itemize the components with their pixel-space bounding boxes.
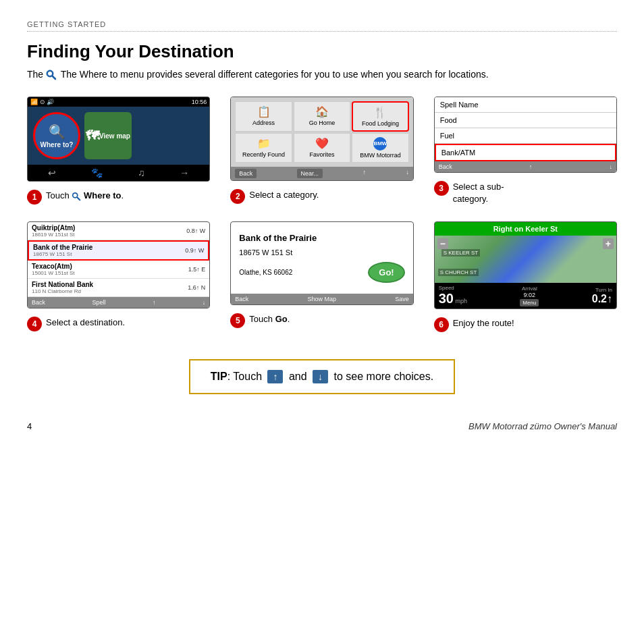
screen5-addr2: Olathe, KS 66062 bbox=[239, 269, 292, 276]
signal-icons: 📶 ⊙ 🔊 bbox=[30, 99, 54, 105]
screen1-nav: ↩ 🐾 ♫ → bbox=[28, 165, 209, 181]
zoom-out-btn[interactable]: − bbox=[437, 238, 448, 249]
step4-caption: 4 Select a destination. bbox=[27, 317, 125, 331]
category-address[interactable]: 📋 Address bbox=[235, 101, 292, 132]
go-button[interactable]: Go! bbox=[368, 262, 404, 283]
step6-number: 6 bbox=[434, 317, 449, 332]
step3-caption: 3 Select a sub-category. bbox=[434, 181, 504, 205]
music-nav-icon[interactable]: ♫ bbox=[138, 167, 145, 178]
arrow-nav-icon[interactable]: → bbox=[180, 167, 189, 178]
step5-caption: 5 Touch Go. bbox=[230, 313, 290, 328]
back-nav-icon[interactable]: ↩ bbox=[48, 167, 56, 178]
spellname-label: Spell Name bbox=[440, 101, 479, 109]
time-display: 10:56 bbox=[192, 99, 207, 105]
menu-btn[interactable]: Menu bbox=[520, 299, 539, 306]
dest-row-first-national[interactable]: First National Bank 110 N Clairborne Rd … bbox=[28, 279, 209, 297]
save-btn-s5[interactable]: Save bbox=[395, 296, 409, 302]
dest-row-texaco[interactable]: Texaco(Atm) 15001 W 151st St 1.5↑ E bbox=[28, 261, 209, 279]
subcategory-food[interactable]: Food bbox=[435, 113, 616, 128]
dest-row-quiktrip[interactable]: Quiktrip(Atm) 18619 W 151st St 0.8↑ W bbox=[28, 222, 209, 240]
spell-btn-s4[interactable]: Spell bbox=[92, 299, 105, 306]
arrival-label: Arrival bbox=[520, 286, 539, 292]
near-btn-s2[interactable]: Near... bbox=[297, 169, 323, 178]
step2-caption: 2 Select a category. bbox=[230, 189, 319, 204]
category-gohome[interactable]: 🏠 Go Home bbox=[294, 101, 350, 132]
tip-and: and bbox=[286, 371, 310, 382]
screen3-footer: Back ↑ ↓ bbox=[435, 161, 616, 172]
category-recently-found[interactable]: 📁 Recently Found bbox=[235, 133, 292, 163]
down-btn-s3[interactable]: ↓ bbox=[609, 163, 612, 170]
step5-number: 5 bbox=[230, 313, 245, 328]
screen6-map: S KEELER ST S CHURCH ST − + bbox=[435, 236, 616, 283]
down-btn-s2[interactable]: ↓ bbox=[406, 169, 409, 178]
subcategory-fuel[interactable]: Fuel bbox=[435, 128, 616, 144]
view-map-label: View map bbox=[99, 132, 130, 140]
recent-icon: 📁 bbox=[257, 137, 271, 150]
tip-suffix: to see more choices. bbox=[331, 371, 433, 382]
intro-paragraph: The The Where to menu provides several d… bbox=[27, 68, 617, 82]
dest-row-bank-prairie[interactable]: Bank of the Prairie 18675 W 151 St 0.9↑ … bbox=[28, 240, 209, 261]
view-map-button[interactable]: 🗺 View map bbox=[84, 112, 132, 159]
up-btn-s2[interactable]: ↑ bbox=[363, 169, 366, 178]
back-btn-s3[interactable]: Back bbox=[439, 163, 452, 170]
tip-down-button[interactable]: ↓ bbox=[313, 370, 328, 383]
zoom-in-btn[interactable]: + bbox=[603, 238, 614, 249]
bankatm-label: Bank/ATM bbox=[441, 149, 476, 157]
back-btn-s5[interactable]: Back bbox=[235, 296, 248, 302]
up-btn-s4[interactable]: ↑ bbox=[153, 299, 156, 306]
intro-text: The Where to menu provides several diffe… bbox=[61, 69, 489, 80]
step6-cell: Right on Keeler St S KEELER ST S CHURCH … bbox=[434, 221, 617, 332]
texaco-name: Texaco(Atm) bbox=[32, 263, 75, 270]
down-btn-s4[interactable]: ↓ bbox=[203, 299, 206, 306]
tip-up-button[interactable]: ↑ bbox=[267, 370, 283, 383]
up-btn-s3[interactable]: ↑ bbox=[529, 163, 533, 170]
screen1-body: 🔍 Where to? 🗺 View map bbox=[28, 107, 209, 165]
svg-line-5 bbox=[78, 197, 80, 200]
svg-point-4 bbox=[74, 193, 77, 196]
food-lodging-label: Food Lodging bbox=[362, 120, 399, 127]
dest-bank-prairie-info: Bank of the Prairie 18675 W 151 St bbox=[33, 244, 92, 257]
favorites-label: Favorites bbox=[309, 151, 334, 158]
where-to-button[interactable]: 🔍 Where to? bbox=[33, 112, 80, 159]
gohome-label: Go Home bbox=[309, 119, 336, 126]
quiktrip-name: Quiktrip(Atm) bbox=[32, 224, 75, 232]
step1-caption: 1 Touch Where to. bbox=[27, 190, 124, 205]
step3-number: 3 bbox=[434, 181, 449, 196]
paw-nav-icon[interactable]: 🐾 bbox=[91, 167, 103, 178]
screen5-addr-go-row: Olathe, KS 66062 Go! bbox=[239, 262, 404, 283]
screen5-footer: Back Show Map Save bbox=[231, 294, 412, 304]
screen5-placename: Bank of the Prairie bbox=[239, 233, 404, 243]
tip-container: TIP: Touch ↑ and ↓ to see more choices. bbox=[27, 352, 617, 401]
back-btn-s4[interactable]: Back bbox=[32, 299, 45, 306]
dest-texaco-info: Texaco(Atm) 15001 W 151st St bbox=[32, 263, 75, 276]
home-icon: 🏠 bbox=[315, 105, 329, 118]
screen5-body: Bank of the Prairie 18675 W 151 St Olath… bbox=[231, 222, 412, 294]
speed-unit: mph bbox=[455, 298, 467, 304]
fuel-label: Fuel bbox=[440, 132, 454, 140]
screen1-frame: 📶 ⊙ 🔊 10:56 🔍 Where to? 🗺 View map ↩ 🐾 ♫… bbox=[27, 97, 210, 182]
subcategory-bankatm[interactable]: Bank/ATM bbox=[435, 144, 616, 161]
step5-text: Touch Go. bbox=[249, 313, 290, 325]
arrival-value: 9:02 bbox=[524, 292, 536, 298]
screen2-frame: 📋 Address 🏠 Go Home 🍴 Food Lodging 📁 Rec… bbox=[230, 97, 413, 181]
category-bmw[interactable]: BMW BMW Motorrad bbox=[352, 133, 408, 163]
back-btn-s2[interactable]: Back bbox=[235, 169, 257, 178]
where-to-label: Where to? bbox=[41, 141, 74, 149]
step6-caption: 6 Enjoy the route! bbox=[434, 317, 514, 332]
step1-text: Touch Where to. bbox=[46, 190, 124, 202]
subcategory-spellname[interactable]: Spell Name bbox=[435, 97, 616, 113]
screen6-footer: Speed 30 mph Arrival 9:02 Menu Turn In 0… bbox=[435, 283, 616, 308]
screen1-statusbar: 📶 ⊙ 🔊 10:56 bbox=[28, 97, 209, 107]
category-food-lodging[interactable]: 🍴 Food Lodging bbox=[352, 101, 408, 132]
screen6-road1-label: S KEELER ST bbox=[441, 249, 481, 257]
category-favorites[interactable]: ❤️ Favorites bbox=[294, 133, 350, 163]
dest-first-national-info: First National Bank 110 N Clairborne Rd bbox=[32, 281, 93, 294]
tip-prefix: TIP bbox=[211, 371, 227, 382]
food-label: Food bbox=[440, 116, 457, 124]
step1-number: 1 bbox=[27, 190, 42, 205]
step5-cell: Bank of the Prairie 18675 W 151 St Olath… bbox=[230, 221, 413, 332]
step2-number: 2 bbox=[230, 189, 245, 204]
showmap-btn-s5[interactable]: Show Map bbox=[307, 296, 336, 302]
quiktrip-dist: 0.8↑ W bbox=[186, 227, 205, 234]
dest-quiktrip-info: Quiktrip(Atm) 18619 W 151st St bbox=[32, 224, 75, 238]
